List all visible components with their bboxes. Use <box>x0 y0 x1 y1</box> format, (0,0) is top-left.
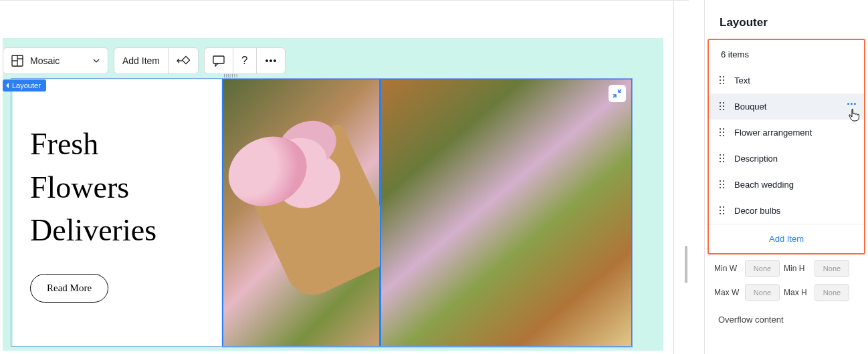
min-width-label: Min W <box>714 264 741 273</box>
panel-title: Layouter <box>705 0 868 39</box>
list-item-description[interactable]: Description <box>709 146 864 172</box>
layout-dropdown-group: Mosaic <box>3 47 108 74</box>
comment-button[interactable] <box>205 48 233 73</box>
selection-label-text: Layouter <box>12 81 41 90</box>
item-more-button[interactable] <box>847 103 856 105</box>
comment-icon <box>213 55 225 67</box>
overflow-content-label: Overflow content <box>705 308 868 325</box>
floating-toolbar: Mosaic Add Item ? <box>3 47 286 75</box>
add-item-button[interactable]: Add Item <box>114 48 168 73</box>
min-width-input[interactable] <box>745 260 780 277</box>
chevron-down-icon <box>93 57 100 64</box>
items-count-label: 6 items <box>709 40 864 67</box>
list-item-text[interactable]: Text <box>709 67 864 94</box>
layouter-selection-frame[interactable] <box>11 79 632 346</box>
list-item-beach-wedding[interactable]: Beach wedding <box>709 172 864 198</box>
svg-point-6 <box>265 60 267 62</box>
layout-dropdown[interactable]: Mosaic <box>3 48 108 73</box>
drag-handle-icon[interactable] <box>720 128 726 138</box>
svg-rect-4 <box>182 56 189 63</box>
max-width-label: Max W <box>714 288 741 297</box>
canvas-right-edge <box>673 0 674 354</box>
add-item-label: Add Item <box>122 55 160 66</box>
layouter-panel: Layouter 6 items Text Bouquet Flower arr… <box>704 0 868 354</box>
canvas-area: Mosaic Add Item ? Layouter It <box>0 0 689 354</box>
help-button[interactable]: ? <box>233 48 255 73</box>
list-item-decor-bulbs[interactable]: Decor bulbs <box>709 198 864 224</box>
drag-handle-icon[interactable] <box>720 76 726 85</box>
drag-handle-icon[interactable] <box>720 206 726 216</box>
layout-dropdown-label: Mosaic <box>30 55 60 66</box>
svg-point-8 <box>274 60 276 62</box>
more-button[interactable] <box>256 48 285 73</box>
svg-rect-5 <box>213 56 224 63</box>
list-item-bouquet[interactable]: Bouquet <box>709 94 864 120</box>
svg-point-7 <box>269 60 272 62</box>
list-item-flower-arrangement[interactable]: Flower arrangement <box>709 120 864 146</box>
list-item-label: Beach wedding <box>734 180 794 190</box>
min-height-label: Min H <box>784 264 810 273</box>
min-height-input[interactable] <box>815 260 849 277</box>
list-item-label: Flower arrangement <box>734 128 812 138</box>
drag-handle-icon[interactable] <box>720 180 726 190</box>
selection-label-chip[interactable]: Layouter <box>3 79 46 92</box>
list-item-label: Text <box>734 75 750 85</box>
diamond-arrow-icon <box>177 55 190 67</box>
utility-group: ? <box>204 47 285 74</box>
list-item-label: Description <box>734 154 778 164</box>
max-size-row: Max W Max H <box>714 284 859 301</box>
list-item-label: Bouquet <box>734 102 766 112</box>
items-highlight-region: 6 items Text Bouquet Flower arrangement … <box>708 39 865 254</box>
animation-button[interactable] <box>168 48 198 73</box>
more-horizontal-icon <box>265 55 277 67</box>
add-item-group: Add Item <box>114 47 199 74</box>
max-width-input[interactable] <box>745 284 780 301</box>
max-height-input[interactable] <box>815 284 849 301</box>
size-constraints-section: Min W Min H Max W Max H <box>705 254 868 301</box>
drag-handle-icon[interactable] <box>720 154 726 164</box>
min-size-row: Min W Min H <box>714 260 859 277</box>
canvas-scrollbar[interactable] <box>685 246 687 283</box>
panel-add-item-button[interactable]: Add Item <box>709 224 864 253</box>
max-height-label: Max H <box>784 288 810 297</box>
help-icon: ? <box>241 54 247 67</box>
drag-handle-icon[interactable] <box>720 102 726 112</box>
grid-icon <box>11 55 23 67</box>
list-item-label: Decor bulbs <box>734 206 780 216</box>
